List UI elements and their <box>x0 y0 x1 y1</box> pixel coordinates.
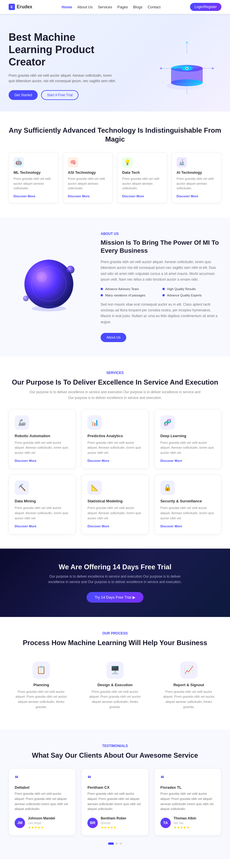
nav-pages[interactable]: Pages <box>117 5 128 9</box>
nav-about[interactable]: About Us <box>77 5 93 9</box>
reviewer-info-2: Bentham Rober Director ★★★★★ <box>100 816 126 830</box>
logo-icon: E <box>9 4 15 10</box>
planning-icon: 📋 <box>32 661 50 679</box>
dot-1[interactable] <box>108 842 114 845</box>
datamining-discover-link[interactable]: Discover More <box>15 525 36 528</box>
robotic-icon: 🦾 <box>15 415 29 430</box>
asi-icon: 🧠 <box>68 157 78 167</box>
logo[interactable]: E Erudex <box>9 4 32 10</box>
security-title: Security & Surveillance <box>161 499 215 503</box>
robotic-title: Robotic Automation <box>15 434 69 438</box>
design-title: Design & Execution <box>88 683 142 687</box>
process-design: 🖥️ Design & Execution Prem gravida nibh … <box>83 656 148 715</box>
svg-point-20 <box>23 296 29 301</box>
asi-discover-link[interactable]: Discover More <box>68 194 90 198</box>
ml-desc: Prem gravida nibh vel velit auctor aliqu… <box>13 176 54 191</box>
get-started-button[interactable]: Get Started <box>9 90 38 100</box>
design-icon: 🖥️ <box>106 661 124 679</box>
asi-desc: Prem gravida nibh vel velit auctor aliqu… <box>68 176 108 191</box>
feature-2: High Quality Results <box>163 287 221 291</box>
ai-icon: 🔬 <box>176 157 187 167</box>
deeplearning-desc: Prem gravida nibh vel velit auctor aliqu… <box>161 440 215 456</box>
stars-3: ★★★★★ <box>174 826 196 830</box>
reviewer-role-1: Lion Angel <box>28 822 41 825</box>
dot-3[interactable] <box>120 842 122 845</box>
hero-text: Best Machine Learning Product Creator Pr… <box>9 31 118 100</box>
hero-description: Prem gravida nibh vel velit auctor aliqu… <box>9 73 118 84</box>
deeplearning-title: Deep Learning <box>161 434 215 438</box>
trial-banner: We Are Offering 14 Days Free Trial Our p… <box>0 549 230 617</box>
navbar: E Erudex Home About Us Services Pages Bl… <box>0 0 230 14</box>
security-discover-link[interactable]: Discover More <box>161 525 182 528</box>
service-card-security: 🔒 Security & Surveillance Prem gravida n… <box>154 474 221 534</box>
datamining-icon: ⛏️ <box>15 480 29 495</box>
services-description: Our purpose is to deliver excellence in … <box>29 390 201 400</box>
reviewer-name-3: Thomas Albin <box>174 816 196 820</box>
feature-dot-4 <box>163 294 165 297</box>
report-desc: Prem gravida nibh vel velit auctor aliqu… <box>162 689 215 709</box>
modeling-discover-link[interactable]: Discover More <box>87 525 109 528</box>
hero-buttons: Get Started Start A Free Trial <box>9 90 118 100</box>
stars-2: ★★★★★ <box>100 826 126 830</box>
service-card-datamining: ⛏️ Data Mining Prem gravida nibh vel vel… <box>9 474 76 534</box>
quote-icon-3: ❝ <box>161 774 215 782</box>
dt-icon: 💡 <box>122 157 133 167</box>
ml-discover-link[interactable]: Discover More <box>13 194 35 198</box>
ml-title: ML Technology <box>13 170 54 175</box>
services-section: Services Our Purpose Is To Deliver Excel… <box>0 356 230 549</box>
robotic-discover-link[interactable]: Discover More <box>15 459 36 462</box>
tech-card-asi: 🧠 ASI Technology Prem gravida nibh vel v… <box>63 152 113 203</box>
analytics-discover-link[interactable]: Discover More <box>87 459 109 462</box>
dt-discover-link[interactable]: Discover More <box>122 194 144 198</box>
about-title: Mission Is To Bring The Power Of MI To E… <box>100 239 221 255</box>
testimonial-text-1: Prem gravida nibh vel velit auctor aliqu… <box>15 791 69 811</box>
svg-point-10 <box>171 79 203 86</box>
services-grid: 🦾 Robotic Automation Prem gravida nibh v… <box>9 409 221 534</box>
tech-card-ai: 🔬 AI Technology Prem gravida nibh vel ve… <box>172 152 221 203</box>
dot-2[interactable] <box>116 842 118 845</box>
feature-3: Many variations of passages <box>100 293 160 297</box>
trial-button[interactable]: Try 14 Days Free Trial ▶ <box>87 592 143 602</box>
svg-point-18 <box>36 272 47 282</box>
service-card-robotic: 🦾 Robotic Automation Prem gravida nibh v… <box>9 409 76 469</box>
feature-dot-3 <box>100 294 103 297</box>
reviewer-2: BR Bentham Rober Director ★★★★★ <box>87 816 142 830</box>
testimonial-text-2: Prem gravida nibh vel velit auctor aliqu… <box>87 791 142 811</box>
reviewer-name-1: Johnson Mandel <box>28 816 55 820</box>
nav-home[interactable]: Home <box>62 5 72 9</box>
about-section: About Us Mission Is To Bring The Power O… <box>0 217 230 356</box>
analytics-desc: Prem gravida nibh vel velit auctor aliqu… <box>87 440 142 456</box>
logo-text: Erudex <box>17 4 32 9</box>
about-sphere-graphic <box>15 252 83 321</box>
deeplearning-discover-link[interactable]: Discover More <box>161 459 182 462</box>
ml-icon: 🤖 <box>13 157 24 167</box>
about-us-button[interactable]: About Us <box>100 333 126 342</box>
report-icon: 📈 <box>180 661 198 679</box>
testimonial-2: ❝ Pentham CX Prem gravida nibh vel velit… <box>81 768 148 835</box>
testimonials-grid: ❝ Deltabol Prem gravida nibh vel velit a… <box>9 768 221 835</box>
free-trial-button[interactable]: Start A Free Trial <box>41 90 78 100</box>
reviewer-role-2: Director <box>100 822 111 825</box>
login-register-button[interactable]: Login/Register <box>190 3 221 11</box>
nav-contact[interactable]: Contact <box>147 5 161 9</box>
nav-services[interactable]: Services <box>98 5 112 9</box>
reviewer-name-2: Bentham Rober <box>100 816 126 820</box>
datamining-title: Data Mining <box>15 499 69 503</box>
ai-discover-link[interactable]: Discover More <box>176 194 198 198</box>
testimonials-title: What Say Our Clients About Our Awesome S… <box>9 751 221 760</box>
hero-title: Best Machine Learning Product Creator <box>9 31 118 68</box>
tech-card-dt: 💡 Data Tech Prem gravida nibh vel velit … <box>117 152 167 203</box>
hero-3d-graphic <box>155 40 207 91</box>
stars-1: ★★★★★ <box>28 826 55 830</box>
about-extra: Sed non mauris vitae erat consequat auct… <box>100 302 221 325</box>
service-card-analytics: 📊 Predictive Analytics Prem gravida nibh… <box>81 409 148 469</box>
process-label: Our Process <box>9 631 221 636</box>
testimonials-section: Testimonials What Say Our Clients About … <box>0 730 230 859</box>
reviewer-role-3: Net Tao <box>174 822 183 825</box>
nav-links: Home About Us Services Pages Blogs Conta… <box>62 5 161 9</box>
nav-blogs[interactable]: Blogs <box>133 5 143 9</box>
design-desc: Prem gravida nibh vel velit auctor aliqu… <box>88 689 142 709</box>
process-title: Process How Machine Learning Will Help Y… <box>9 638 221 647</box>
reviewer-avatar-1: JM <box>15 818 25 828</box>
report-title: Report & Signout <box>162 683 215 687</box>
